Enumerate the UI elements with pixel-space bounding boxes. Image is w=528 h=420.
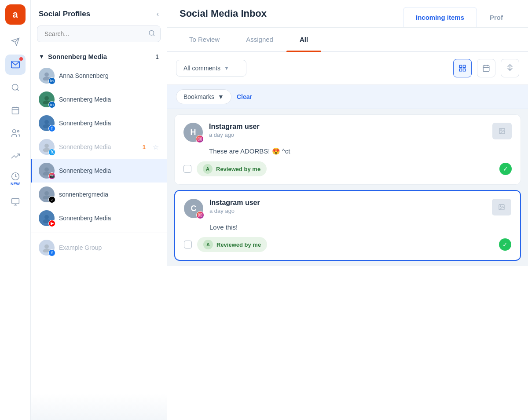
filter-view-button[interactable]: [453, 59, 472, 77]
svg-point-23: [44, 144, 49, 148]
twitter-badge: 𝕏: [48, 149, 55, 156]
chevron-down-icon: ▼: [218, 93, 224, 100]
svg-line-4: [17, 89, 18, 91]
sidebar-divider: [31, 233, 167, 233]
tab-assigned[interactable]: Assigned: [233, 28, 286, 51]
inbox-item-header: H Instagram user a day ago: [183, 123, 512, 142]
timestamp: a day ago: [209, 131, 486, 138]
bookmarks-clear-button[interactable]: Clear: [237, 93, 252, 100]
nav-inbox[interactable]: [5, 55, 26, 75]
tiktok-badge: ♪: [48, 196, 55, 203]
dropdown-label: All comments: [183, 65, 220, 72]
sidebar-group-header[interactable]: ▼ Sonnenberg Media 1: [31, 49, 167, 64]
nav-media[interactable]: [5, 192, 26, 212]
sidebar-bottom-fade: [31, 394, 167, 420]
nav-send[interactable]: [5, 32, 26, 52]
reviewed-label: Reviewed by me: [216, 166, 260, 172]
reviewed-by-me-button[interactable]: A Reviewed by me: [197, 161, 267, 176]
svg-line-16: [153, 35, 154, 36]
svg-point-21: [44, 120, 49, 124]
user-info: Instagram user a day ago: [209, 199, 486, 214]
done-checkmark[interactable]: ✓: [499, 238, 511, 251]
avatar: f: [39, 240, 55, 256]
tab-incoming-items[interactable]: Incoming items: [403, 7, 477, 27]
app-logo[interactable]: a: [5, 4, 26, 25]
comments-filter-dropdown[interactable]: All comments ▼: [176, 60, 246, 77]
facebook-badge: f: [48, 125, 55, 132]
reviewer-avatar: A: [203, 164, 213, 174]
item-checkbox[interactable]: [183, 165, 191, 173]
search-icon: [148, 30, 155, 38]
svg-rect-34: [463, 65, 466, 67]
svg-point-43: [199, 138, 201, 140]
sidebar-item-sonnenberg-linkedin[interactable]: in Sonnenberg Media: [31, 88, 167, 111]
media-thumbnail: [492, 199, 511, 215]
notification-count: 1: [143, 144, 146, 150]
media-thumbnail: [492, 123, 512, 139]
content-area: To Review Assigned All All comments ▼: [167, 28, 528, 420]
inbox-item: C Instagram user a day ago Love this!: [174, 190, 521, 261]
sidebar-item-sonnenberg-tiktok[interactable]: ♪ sonnenbergmedia: [31, 183, 167, 206]
svg-point-9: [12, 130, 15, 133]
svg-point-10: [17, 131, 19, 132]
svg-rect-42: [198, 137, 202, 141]
sub-tabs: To Review Assigned All: [167, 28, 528, 52]
svg-point-19: [44, 96, 49, 101]
account-name: Sonnenberg Media: [59, 120, 159, 127]
account-name: Sonnenberg Media: [59, 215, 159, 222]
inbox-item-header: C Instagram user a day ago: [184, 199, 511, 218]
timestamp: a day ago: [209, 208, 486, 214]
inbox-message: These are ADORBS! 😍 ^ct: [183, 147, 512, 155]
inbox-message: Love this!: [184, 223, 511, 231]
nav-team[interactable]: [5, 123, 26, 143]
item-checkbox[interactable]: [184, 241, 192, 248]
nav-calendar[interactable]: [5, 100, 26, 121]
avatar: ♪: [39, 186, 55, 202]
sort-button[interactable]: [501, 59, 519, 77]
facebook-badge: f: [48, 249, 55, 256]
inbox-actions: A Reviewed by me ✓: [183, 161, 512, 176]
avatar: in: [39, 91, 55, 107]
svg-rect-47: [198, 213, 202, 217]
svg-point-25: [44, 168, 49, 172]
avatar: in: [39, 68, 55, 84]
nav-listen[interactable]: [5, 77, 26, 98]
reviewed-by-me-button[interactable]: A Reviewed by me: [197, 237, 267, 252]
tab-to-review[interactable]: To Review: [176, 28, 233, 51]
filter-bar: All comments ▼: [167, 52, 528, 85]
sidebar-item-sonnenberg-facebook[interactable]: f Sonnenberg Media: [31, 111, 167, 135]
sidebar-item-sonnenberg-instagram[interactable]: 📷 Sonnenberg Media: [31, 159, 167, 183]
nav-analytics[interactable]: [5, 146, 26, 166]
tab-all[interactable]: All: [286, 28, 321, 51]
accounts-list: in Anna Sonnenberg in Sonnenberg Media f…: [31, 64, 167, 394]
linkedin-badge: in: [48, 101, 55, 108]
account-name: sonnenbergmedia: [59, 191, 159, 198]
avatar-letter: C: [191, 204, 197, 213]
user-info: Instagram user a day ago: [209, 123, 486, 138]
svg-rect-36: [459, 69, 462, 71]
avatar-letter: H: [191, 128, 196, 137]
search-input[interactable]: [37, 26, 161, 42]
sidebar-item-sonnenberg-youtube[interactable]: ▶ Sonnenberg Media: [31, 206, 167, 230]
username: Instagram user: [209, 199, 486, 207]
sidebar-item-anna-sonnenberg[interactable]: in Anna Sonnenberg: [31, 64, 167, 88]
bookmarks-dropdown[interactable]: Bookmarks ▼: [176, 89, 231, 104]
sidebar-item-sonnenberg-twitter[interactable]: 𝕏 Sonnenberg Media 1 ☆: [31, 135, 167, 159]
svg-rect-33: [459, 65, 462, 67]
group-count: 1: [155, 53, 159, 60]
svg-point-31: [44, 245, 49, 249]
linkedin-badge: in: [48, 77, 55, 84]
sidebar-title: Social Profiles: [39, 10, 90, 18]
calendar-view-button[interactable]: [477, 59, 495, 77]
svg-point-15: [149, 31, 154, 36]
sidebar-header: Social Profiles ‹: [31, 0, 167, 26]
done-checkmark[interactable]: ✓: [499, 163, 512, 175]
svg-point-27: [44, 191, 49, 196]
sidebar-item-example-group[interactable]: f Example Group: [31, 236, 167, 259]
tab-prof[interactable]: Prof: [477, 7, 516, 27]
instagram-badge: 📷: [48, 172, 55, 179]
sidebar-collapse-button[interactable]: ‹: [157, 10, 159, 18]
svg-rect-35: [463, 69, 466, 71]
svg-point-29: [44, 215, 49, 219]
nav-new[interactable]: NEW: [5, 169, 26, 189]
